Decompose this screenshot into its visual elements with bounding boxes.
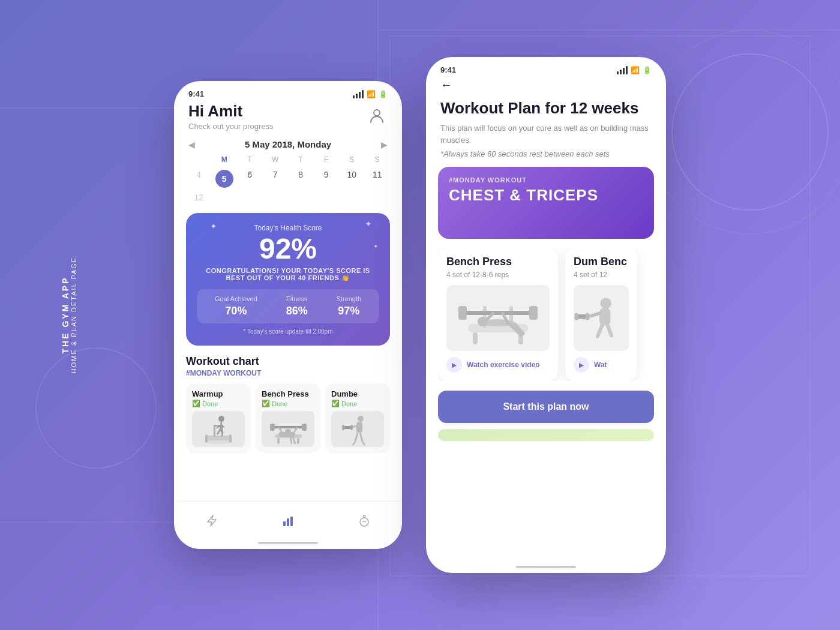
ex-dumbbell-title: Dum Benc xyxy=(574,256,629,268)
signal-bars-right xyxy=(617,66,628,74)
plan-title: Workout Plan for 12 weeks xyxy=(438,99,654,118)
greeting-text: Hi Amit Check out your progress xyxy=(188,102,274,131)
calendar-days-header: M T W T F S S xyxy=(186,155,390,164)
wifi-icon: 📶 xyxy=(367,90,376,98)
dumbbell-title: Dumbe xyxy=(331,389,384,398)
phone-left: 9:41 📶 🔋 Hi Amit Check out your progress xyxy=(174,81,402,549)
stat-fitness-label: Fitness xyxy=(286,295,308,302)
stat-goal-value: 70% xyxy=(215,305,257,317)
greeting-section: Hi Amit Check out your progress xyxy=(186,102,390,131)
avatar-icon[interactable] xyxy=(366,104,388,126)
notch-left xyxy=(252,81,324,95)
video-label-1: Watch exercise video xyxy=(467,361,540,369)
play-button-1[interactable]: ▶ xyxy=(446,357,462,373)
cal-header-blank xyxy=(186,155,212,164)
cal-header-wed: W xyxy=(263,155,289,164)
home-indicator-left xyxy=(258,542,318,544)
warmup-status-text: Done xyxy=(202,400,218,407)
play-button-2[interactable]: ▶ xyxy=(574,357,589,373)
exercise-cards-row: Bench Press 4 set of 12-8-6 reps xyxy=(438,247,654,381)
cal-date-11[interactable]: 11 xyxy=(365,167,391,190)
ex-benchpress-video[interactable]: ▶ Watch exercise video xyxy=(446,357,550,373)
warmup-check-icon: ✅ xyxy=(192,400,200,407)
warmup-title: Warmup xyxy=(192,389,245,398)
cal-header-fri: F xyxy=(314,155,340,164)
exercise-card-dumbbell[interactable]: Dum Benc 4 set of 12 xyxy=(565,247,637,381)
svg-rect-23 xyxy=(277,438,280,444)
cal-date-6[interactable]: 6 xyxy=(237,167,263,190)
exercise-card-benchpress[interactable]: Bench Press 4 set of 12-8-6 reps xyxy=(438,247,558,381)
svg-point-57 xyxy=(478,317,487,326)
nav-chart[interactable] xyxy=(281,514,295,531)
signal-bars-left xyxy=(353,90,364,98)
workout-card-benchpress[interactable]: Bench Press ✅ Done xyxy=(256,383,320,453)
cal-date-7[interactable]: 7 xyxy=(263,167,289,190)
ex-dumbbell-reps: 4 set of 12 xyxy=(574,271,629,279)
warmup-image xyxy=(192,411,245,447)
dumbbell-image xyxy=(331,411,384,447)
back-button[interactable]: ← xyxy=(440,78,452,92)
svg-point-7 xyxy=(36,348,156,468)
stat-fitness-value: 86% xyxy=(286,305,308,317)
cal-date-10[interactable]: 10 xyxy=(339,167,365,190)
ex-benchpress-reps: 4 set of 12-8-6 reps xyxy=(446,271,550,279)
stat-strength-value: 97% xyxy=(337,305,362,317)
svg-rect-67 xyxy=(586,313,589,320)
app-name: THE GYM APP xyxy=(61,257,70,373)
svg-line-68 xyxy=(598,325,602,336)
cal-header-mon: M xyxy=(212,155,238,164)
svg-line-69 xyxy=(608,325,611,335)
benchpress-title: Bench Press xyxy=(262,389,314,398)
nav-lightning[interactable] xyxy=(205,514,218,531)
stat-goal-label: Goal Achieved xyxy=(215,295,257,302)
time-right: 9:41 xyxy=(440,65,456,74)
svg-rect-27 xyxy=(302,424,307,431)
cal-header-tue: T xyxy=(237,155,263,164)
svg-rect-35 xyxy=(356,422,362,433)
time-left: 9:41 xyxy=(188,89,204,98)
svg-rect-49 xyxy=(473,332,478,344)
battery-icon-right: 🔋 xyxy=(643,66,652,74)
dumbbell-status: ✅ Done xyxy=(331,400,384,407)
benchpress-check-icon: ✅ xyxy=(262,400,270,407)
benchpress-status-text: Done xyxy=(272,400,287,407)
svg-point-0 xyxy=(672,54,828,210)
cal-date-4[interactable]: 4 xyxy=(186,167,212,190)
dumbbell-check-icon: ✅ xyxy=(331,400,340,407)
stat-goal: Goal Achieved 70% xyxy=(215,295,257,317)
cal-header-sat: S xyxy=(339,155,365,164)
start-plan-button[interactable]: Start this plan now xyxy=(438,391,654,423)
svg-line-42 xyxy=(353,442,355,445)
svg-point-1 xyxy=(648,30,840,234)
home-indicator-right xyxy=(516,566,576,568)
cal-header-thu: T xyxy=(288,155,314,164)
svg-line-41 xyxy=(360,433,362,442)
svg-rect-55 xyxy=(529,306,538,320)
svg-rect-37 xyxy=(343,426,352,429)
workout-card-dumbbell[interactable]: Dumbe ✅ Done xyxy=(325,383,390,453)
svg-rect-46 xyxy=(290,517,293,526)
workout-card-warmup[interactable]: Warmup ✅ Done xyxy=(186,383,251,453)
stat-fitness: Fitness 86% xyxy=(286,295,308,317)
video-label-2: Wat xyxy=(594,361,607,369)
cal-date-5-active[interactable]: 5 xyxy=(212,167,238,190)
calendar-nav: ◀ 5 May 2018, Monday ▶ xyxy=(186,139,390,149)
cal-prev-arrow[interactable]: ◀ xyxy=(188,140,195,149)
health-stats-row: Goal Achieved 70% Fitness 86% Strength 9… xyxy=(197,289,379,323)
calendar-dates: 4 5 6 7 8 9 10 11 12 xyxy=(186,167,390,205)
health-score-note: * Today's score update till 2:00pm xyxy=(197,328,379,335)
back-row: ← xyxy=(438,78,654,92)
svg-rect-54 xyxy=(458,306,467,320)
health-congrats: CONGRATULATIONS! YOUR TODAY'S SCORE IS B… xyxy=(197,267,379,282)
nav-nutrition[interactable] xyxy=(358,514,371,531)
cal-date-9[interactable]: 9 xyxy=(314,167,340,190)
ex-benchpress-title: Bench Press xyxy=(446,256,550,268)
svg-line-40 xyxy=(355,433,358,442)
cal-date-12[interactable]: 12 xyxy=(186,190,212,205)
svg-rect-12 xyxy=(229,434,232,443)
battery-icon: 🔋 xyxy=(379,90,388,98)
cal-next-arrow[interactable]: ▶ xyxy=(381,140,388,149)
ex-dumbbell-video[interactable]: ▶ Wat xyxy=(574,357,629,373)
cal-date-8[interactable]: 8 xyxy=(288,167,314,190)
svg-rect-44 xyxy=(283,521,286,526)
